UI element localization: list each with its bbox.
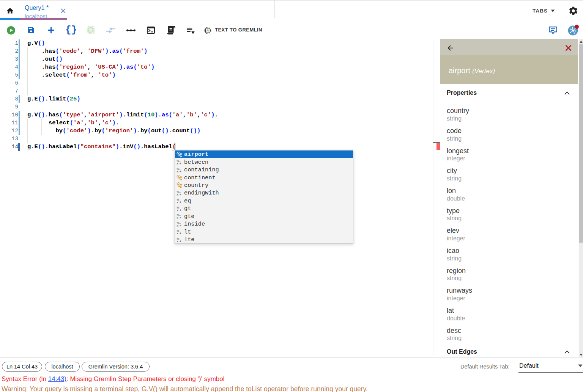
svg-text:+: + [180, 193, 181, 196]
svg-text:x: x [177, 209, 179, 212]
svg-text:x: x [177, 240, 179, 243]
svg-text:+: + [180, 240, 181, 243]
svg-text:x: x [177, 170, 179, 173]
svg-text:+: + [180, 232, 181, 235]
svg-text:x: x [177, 224, 179, 227]
svg-text:+: + [180, 170, 181, 173]
svg-text:x: x [177, 232, 179, 235]
svg-text:x: x [177, 216, 179, 219]
svg-text:+: + [180, 162, 181, 165]
svg-text:x: x [177, 162, 179, 165]
svg-text:+: + [180, 201, 181, 204]
svg-text:AI: AI [206, 29, 210, 32]
svg-text:+: + [180, 216, 181, 219]
svg-text:+: + [180, 224, 181, 227]
svg-text:x: x [177, 201, 179, 204]
svg-text:x: x [177, 193, 179, 196]
svg-text:+: + [180, 209, 181, 212]
